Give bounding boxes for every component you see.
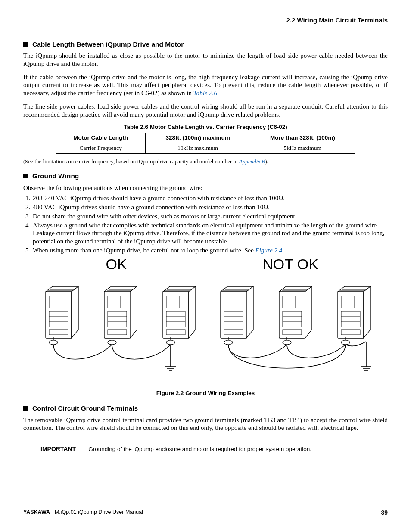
text-run: . bbox=[282, 247, 284, 254]
page-footer: YASKAWA TM.iQp.01 iQpump Drive User Manu… bbox=[23, 509, 388, 517]
heading-text: Control Circuit Ground Terminals bbox=[32, 404, 138, 412]
divider-icon bbox=[82, 440, 82, 459]
heading-control-ground: Control Circuit Ground Terminals bbox=[23, 404, 388, 412]
text-run: (See the limitations on carrier frequenc… bbox=[23, 158, 239, 165]
precaution-list: 208-240 VAC iQpump drives should have a … bbox=[23, 194, 388, 254]
table-header-row: Motor Cable Length 328ft. (100m) maximum… bbox=[56, 133, 355, 143]
table-row: Carrier Frequency 10kHz maximum 5kHz max… bbox=[56, 143, 355, 154]
table-cell: Carrier Frequency bbox=[56, 143, 146, 154]
link-appendix-b[interactable]: Appendix B bbox=[239, 158, 265, 165]
footer-page-number: 39 bbox=[381, 509, 388, 517]
figure-ground-wiring: OK NOT OK bbox=[23, 256, 388, 388]
link-figure-24[interactable]: Figure 2.4 bbox=[255, 247, 283, 254]
important-label: IMPORTANT bbox=[40, 445, 82, 453]
link-table-26[interactable]: Table 2.6 bbox=[193, 90, 217, 96]
paragraph: The iQpump should be installed as close … bbox=[23, 52, 388, 68]
label-not-ok: NOT OK bbox=[262, 256, 318, 272]
important-text: Grounding of the iQpump enclosure and mo… bbox=[88, 446, 311, 453]
list-item: 480 VAC iQpump drives should have a grou… bbox=[32, 203, 388, 212]
table-header-cell: More than 328ft. (100m) bbox=[250, 133, 355, 143]
running-header: 2.2 Wiring Main Circuit Terminals bbox=[23, 16, 388, 25]
bullet-square-icon bbox=[23, 406, 28, 411]
page: 2.2 Wiring Main Circuit Terminals Cable … bbox=[0, 0, 411, 532]
heading-text: Cable Length Between iQpump Drive and Mo… bbox=[32, 40, 184, 48]
list-item: Always use a ground wire that complies w… bbox=[32, 221, 388, 246]
footer-doc: TM.iQp.01 iQpump Drive User Manual bbox=[50, 509, 143, 515]
important-callout: IMPORTANT Grounding of the iQpump enclos… bbox=[40, 440, 388, 459]
footer-brand: YASKAWA bbox=[23, 509, 50, 515]
text-run: When using more than one iQpump drive, b… bbox=[33, 247, 255, 254]
footer-left: YASKAWA TM.iQp.01 iQpump Drive User Manu… bbox=[23, 509, 143, 517]
figure-caption: Figure 2.2 Ground Wiring Examples bbox=[23, 390, 388, 397]
bullet-square-icon bbox=[23, 42, 28, 47]
label-ok: OK bbox=[106, 256, 127, 272]
paragraph: If the cable between the iQpump drive an… bbox=[23, 73, 388, 97]
list-item: When using more than one iQpump drive, b… bbox=[32, 246, 388, 255]
table-header-cell: Motor Cable Length bbox=[56, 133, 146, 143]
table-cable-length: Motor Cable Length 328ft. (100m) maximum… bbox=[56, 133, 355, 154]
paragraph: The removable iQpump drive control termi… bbox=[23, 416, 388, 432]
paragraph: Observe the following precautions when c… bbox=[23, 184, 388, 192]
table-header-cell: 328ft. (100m) maximum bbox=[146, 133, 250, 143]
table-cell: 10kHz maximum bbox=[146, 143, 250, 154]
table-caption: Table 2.6 Motor Cable Length vs. Carrier… bbox=[23, 124, 388, 131]
text-run: ). bbox=[265, 158, 268, 165]
heading-text: Ground Wiring bbox=[32, 172, 79, 180]
paragraph: The line side power cables, load side po… bbox=[23, 103, 388, 119]
text-run: . bbox=[217, 90, 219, 96]
heading-cable-length: Cable Length Between iQpump Drive and Mo… bbox=[23, 40, 388, 48]
ground-wiring-diagram-svg: OK NOT OK bbox=[23, 256, 388, 386]
bullet-square-icon bbox=[23, 174, 28, 178]
list-item: Do not share the ground wire with other … bbox=[32, 212, 388, 221]
table-footnote: (See the limitations on carrier frequenc… bbox=[23, 158, 388, 165]
table-cell: 5kHz maximum bbox=[250, 143, 355, 154]
heading-ground-wiring: Ground Wiring bbox=[23, 172, 388, 180]
list-item: 208-240 VAC iQpump drives should have a … bbox=[32, 194, 388, 202]
